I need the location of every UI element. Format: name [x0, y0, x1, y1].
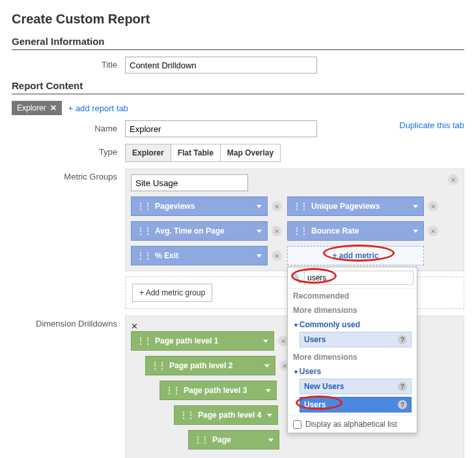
name-label: Name	[12, 120, 125, 133]
drag-handle-icon[interactable]: ⋮⋮	[180, 411, 194, 420]
dropdown-section-recommended: Recommended	[288, 289, 417, 303]
chevron-down-icon	[263, 340, 268, 343]
dropdown-section-more-dimensions-2: More dimensions	[288, 350, 417, 364]
remove-metric-icon[interactable]: ✕	[272, 226, 282, 236]
drag-handle-icon[interactable]: ⋮⋮	[137, 202, 151, 211]
section-general-info: General Information	[12, 36, 464, 50]
search-icon: 🔍	[291, 273, 301, 283]
dropdown-category-commonly-used[interactable]: Commonly used	[288, 317, 417, 332]
dimension-page-path-level-4[interactable]: ⋮⋮Page path level 4	[174, 405, 278, 425]
remove-metric-icon[interactable]: ✕	[272, 250, 282, 261]
chevron-down-icon	[267, 414, 272, 417]
title-input[interactable]	[125, 57, 317, 74]
help-icon[interactable]: ?	[398, 335, 407, 344]
chevron-down-icon	[268, 438, 273, 442]
drag-handle-icon[interactable]: ⋮⋮	[293, 226, 307, 236]
chevron-down-icon	[264, 364, 270, 368]
dropdown-section-more-dimensions: More dimensions	[288, 303, 417, 317]
title-label: Title	[12, 57, 125, 70]
metric-group-name-input[interactable]	[131, 174, 248, 191]
chevron-down-icon	[257, 230, 262, 233]
help-icon[interactable]: ?	[398, 400, 407, 409]
dimension-page-path-level-1[interactable]: ⋮⋮Page path level 1	[131, 331, 274, 351]
remove-metric-icon[interactable]: ✕	[428, 201, 438, 211]
add-metric-group-button[interactable]: + Add metric group	[132, 284, 212, 302]
dimension-drilldowns-label: Dimension Drilldowns	[12, 316, 125, 329]
metric-pageviews[interactable]: ⋮⋮Pageviews	[131, 196, 268, 216]
alpha-list-checkbox[interactable]	[293, 420, 301, 429]
metric-group-panel: ✕ ⋮⋮Pageviews✕ ⋮⋮Unique Pageviews✕ ⋮⋮Avg…	[125, 168, 464, 271]
section-report-content: Report Content	[12, 80, 464, 94]
drag-handle-icon[interactable]: ⋮⋮	[151, 361, 165, 370]
metric-avg-time-on-page[interactable]: ⋮⋮Avg. Time on Page	[131, 221, 268, 241]
add-report-tab-link[interactable]: + add report tab	[68, 103, 128, 113]
drag-handle-icon[interactable]: ⋮⋮	[293, 202, 307, 211]
dropdown-item-users[interactable]: Users?	[300, 332, 412, 347]
metric-search-input[interactable]	[304, 271, 413, 285]
type-toggle-group: Explorer Flat Table Map Overlay	[125, 144, 281, 162]
dimension-page-path-level-2[interactable]: ⋮⋮Page path level 2	[145, 356, 275, 375]
drag-handle-icon[interactable]: ⋮⋮	[165, 386, 180, 395]
chevron-down-icon	[257, 205, 262, 208]
report-tab-explorer[interactable]: Explorer ✕	[12, 101, 62, 115]
chevron-down-icon	[266, 389, 271, 392]
metric-groups-label: Metric Groups	[12, 168, 125, 182]
tab-name-input[interactable]	[125, 120, 317, 137]
page-title: Create Custom Report	[12, 12, 464, 27]
drag-handle-icon[interactable]: ⋮⋮	[194, 435, 208, 444]
dropdown-item-new-users[interactable]: New Users?	[300, 379, 412, 394]
type-label: Type	[12, 144, 125, 157]
metric-percent-exit[interactable]: ⋮⋮% Exit	[131, 246, 268, 265]
remove-drilldown-group-icon[interactable]: ✕	[131, 321, 138, 331]
metric-unique-pageviews[interactable]: ⋮⋮Unique Pageviews	[287, 196, 424, 216]
drag-handle-icon[interactable]: ⋮⋮	[137, 251, 151, 260]
remove-metric-icon[interactable]: ✕	[272, 201, 282, 211]
chevron-down-icon	[413, 230, 418, 233]
chevron-down-icon	[257, 254, 262, 258]
metric-dropdown: 🔍 Recommended More dimensions Commonly u…	[287, 267, 417, 433]
type-flat-table-button[interactable]: Flat Table	[171, 144, 221, 161]
type-explorer-button[interactable]: Explorer	[126, 144, 171, 161]
dropdown-category-users[interactable]: Users	[288, 364, 417, 379]
close-tab-icon[interactable]: ✕	[50, 103, 57, 113]
duplicate-tab-link[interactable]: Duplicate this tab	[399, 120, 464, 130]
drag-handle-icon[interactable]: ⋮⋮	[137, 226, 151, 236]
chevron-down-icon	[413, 205, 418, 208]
dimension-page[interactable]: ⋮⋮Page	[188, 430, 279, 450]
dropdown-item-users-selected[interactable]: Users?	[300, 397, 412, 412]
drag-handle-icon[interactable]: ⋮⋮	[137, 336, 151, 345]
remove-metric-icon[interactable]: ✕	[428, 226, 438, 236]
dimension-page-path-level-3[interactable]: ⋮⋮Page path level 3	[160, 381, 277, 400]
remove-metric-group-icon[interactable]: ✕	[448, 174, 458, 185]
add-metric-button[interactable]: + add metric	[287, 246, 424, 265]
alpha-list-label: Display as alphabetical list	[305, 420, 397, 429]
metric-bounce-rate[interactable]: ⋮⋮Bounce Rate	[287, 221, 424, 241]
type-map-overlay-button[interactable]: Map Overlay	[221, 144, 280, 161]
help-icon[interactable]: ?	[398, 382, 407, 391]
